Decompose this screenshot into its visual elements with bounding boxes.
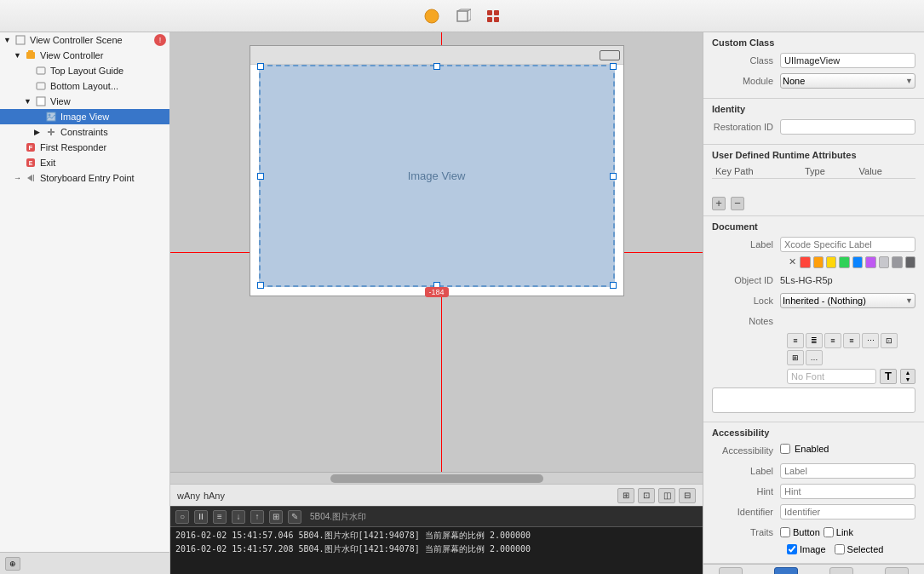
- console-btn-down[interactable]: ↓: [232, 510, 245, 524]
- notes-icon-2[interactable]: ≣: [806, 333, 823, 348]
- bottom-layout-label: Bottom Layout...: [50, 81, 118, 91]
- notes-label: Notes: [712, 316, 780, 326]
- console-btn-edit[interactable]: ✎: [288, 510, 301, 524]
- rb-btn-3[interactable]: ○: [829, 567, 853, 574]
- trait-button-checkbox[interactable]: [780, 527, 790, 537]
- udra-remove-btn[interactable]: −: [731, 197, 744, 210]
- doc-label-input[interactable]: [780, 237, 915, 252]
- handle-br[interactable]: [610, 282, 617, 289]
- trait-image-checkbox[interactable]: [787, 544, 797, 554]
- udra-add-row: + −: [712, 197, 915, 210]
- lock-select[interactable]: Inherited - (Nothing) ▼: [780, 293, 915, 308]
- accessibility-title: Accessibility: [712, 428, 915, 438]
- handle-tr[interactable]: [610, 63, 617, 70]
- sidebar-item-imageview[interactable]: ▶ Image View: [0, 109, 169, 124]
- toolbar-grid-icon[interactable]: [483, 6, 503, 26]
- scrollbar-thumb[interactable]: [330, 474, 543, 483]
- sidebar-item-bottom-layout[interactable]: ▶ Bottom Layout...: [0, 78, 169, 94]
- canvas-scroll[interactable]: Image View -184: [170, 32, 703, 472]
- notes-icon-ellipsis[interactable]: …: [806, 350, 823, 365]
- notes-row: Notes: [712, 313, 915, 330]
- canvas-icon-4[interactable]: ⊟: [679, 488, 696, 503]
- notes-icon-4[interactable]: ≡: [843, 333, 860, 348]
- toolbar-circle-icon[interactable]: [422, 6, 442, 26]
- udra-empty-row: [712, 179, 915, 194]
- console-btn-up[interactable]: ↑: [250, 510, 264, 524]
- image-view-element[interactable]: Image View -184: [259, 65, 615, 287]
- sidebar-item-exit[interactable]: ▶ E Exit: [0, 155, 169, 170]
- canvas-scrollbar[interactable]: [170, 472, 703, 484]
- swatch-red[interactable]: [800, 256, 810, 268]
- trait-selected-checkbox[interactable]: [835, 544, 845, 554]
- console-btn-circle[interactable]: ○: [175, 510, 189, 524]
- acc-label-input[interactable]: [780, 463, 915, 479]
- sidebar-item-vc[interactable]: ▼ View Controller: [0, 48, 169, 63]
- swatch-purple[interactable]: [865, 256, 875, 268]
- left-bottom-btn1[interactable]: ⊕: [5, 557, 20, 571]
- module-label: Module: [712, 76, 780, 86]
- handle-tl[interactable]: [257, 63, 264, 70]
- imageview-icon: [44, 111, 58, 123]
- sidebar-item-scene[interactable]: ▼ View Controller Scene !: [0, 32, 169, 48]
- sidebar-item-storyboard-entry[interactable]: → Storyboard Entry Point: [0, 170, 169, 186]
- notes-icon-7[interactable]: ⊞: [787, 350, 804, 365]
- console-btn-bar[interactable]: ≡: [213, 510, 227, 524]
- restoration-id-input[interactable]: [780, 119, 915, 135]
- swatch-gray2[interactable]: [892, 256, 902, 268]
- enabled-checkbox[interactable]: [780, 444, 790, 454]
- class-input[interactable]: UIImageView: [780, 53, 915, 68]
- acc-label-row: Label: [712, 462, 915, 479]
- toolbar-cube-icon[interactable]: [452, 6, 473, 26]
- trait-button-label: Button: [793, 527, 820, 537]
- udra-add-btn[interactable]: +: [712, 197, 726, 210]
- module-value: None: [783, 76, 805, 86]
- acc-hint-input[interactable]: [780, 484, 915, 499]
- acc-identifier-input[interactable]: [780, 504, 915, 519]
- swatch-green[interactable]: [839, 256, 849, 268]
- handle-tm[interactable]: [433, 63, 440, 70]
- canvas-icon-1[interactable]: ⊞: [617, 488, 634, 503]
- se-arrow: →: [14, 174, 24, 182]
- lock-row: Lock Inherited - (Nothing) ▼: [712, 292, 915, 309]
- console-btn-pause[interactable]: ⏸: [194, 510, 208, 524]
- first-responder-icon: F: [24, 141, 37, 153]
- constraints-label: Constraints: [60, 127, 108, 137]
- sidebar-item-first-responder[interactable]: ▶ F First Responder: [0, 140, 169, 155]
- trait-link-checkbox[interactable]: [824, 527, 834, 537]
- swatch-orange[interactable]: [813, 256, 824, 268]
- bottom-layout-icon: [34, 80, 48, 92]
- svg-rect-17: [47, 112, 55, 121]
- font-T-icon[interactable]: T: [880, 369, 897, 384]
- sidebar-item-top-layout[interactable]: ▶ Top Layout Guide: [0, 63, 169, 78]
- identity-title: Identity: [712, 104, 915, 114]
- sidebar-item-view[interactable]: ▼ View: [0, 94, 169, 109]
- notes-textarea[interactable]: [712, 387, 915, 413]
- handle-bl[interactable]: [257, 282, 264, 289]
- notes-icon-3[interactable]: ≡: [824, 333, 841, 348]
- swatch-yellow[interactable]: [826, 256, 836, 268]
- handle-mr[interactable]: [610, 173, 617, 180]
- swatch-gray3[interactable]: [905, 256, 915, 268]
- view-label: View: [50, 96, 71, 106]
- notes-icon-6[interactable]: ⊡: [881, 333, 898, 348]
- font-stepper[interactable]: ▲ ▼: [900, 369, 915, 384]
- rb-btn-1[interactable]: { }: [719, 567, 743, 574]
- canvas-icon-2[interactable]: ⊡: [638, 488, 655, 503]
- handle-ml[interactable]: [257, 173, 264, 180]
- sidebar-item-constraints[interactable]: ▶ Constraints: [0, 124, 169, 140]
- module-select[interactable]: None ▼: [780, 73, 915, 89]
- font-input[interactable]: No Font: [787, 369, 876, 384]
- col-value: Value: [856, 164, 915, 179]
- console-btn-grid[interactable]: ⊞: [269, 510, 283, 524]
- notes-icon-1[interactable]: ≡: [787, 333, 804, 348]
- acc-identifier-row: Identifier: [712, 503, 915, 520]
- svg-rect-7: [487, 10, 492, 15]
- rb-btn-2[interactable]: { }: [774, 567, 798, 574]
- notes-icon-5[interactable]: ⋯: [862, 333, 879, 348]
- color-x-btn[interactable]: ✕: [787, 256, 797, 268]
- arrow-icon: ▼: [3, 36, 14, 44]
- rb-btn-4[interactable]: ⊞: [885, 567, 909, 574]
- swatch-gray1[interactable]: [879, 256, 889, 268]
- swatch-blue[interactable]: [852, 256, 863, 268]
- canvas-icon-3[interactable]: ◫: [658, 488, 675, 503]
